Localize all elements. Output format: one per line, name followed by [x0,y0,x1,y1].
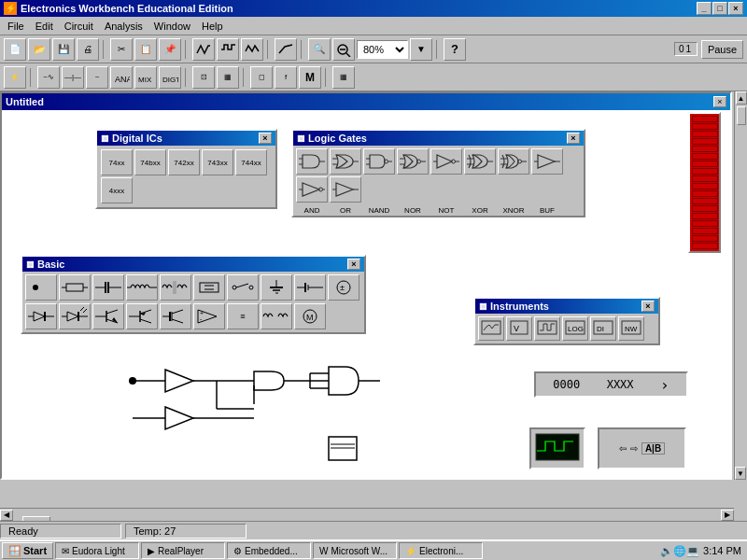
maximize-button[interactable]: □ [712,2,727,15]
strip-item-12[interactable] [692,198,718,204]
arrow-right[interactable]: ⇨ [630,443,638,454]
basic-bjt-npn[interactable] [92,303,124,329]
strip-item-18[interactable] [692,243,718,249]
basic-relay[interactable] [193,274,225,301]
basic-switch[interactable] [227,274,259,301]
print-button[interactable]: 🖨 [77,38,99,61]
menu-edit[interactable]: Edit [30,19,59,34]
digital-ics-title-bar[interactable]: ▦ Digital ICs × [97,131,275,146]
instruments-close-button[interactable]: × [641,301,655,312]
strip-item-11[interactable] [692,190,718,197]
logic-gates-title-bar[interactable]: ▦ Logic Gates × [293,131,584,146]
menu-analysis[interactable]: Analysis [99,19,148,34]
digit-button[interactable]: DIGT [159,66,181,89]
zoom-out-button[interactable] [332,38,355,61]
basic-diode[interactable] [25,303,57,329]
arrow-left[interactable]: ⇦ [619,443,627,454]
basic-inductor[interactable] [126,274,158,301]
strip-item-8[interactable] [692,168,718,175]
instruments-title-bar[interactable]: ▦ Instruments × [475,299,658,314]
canvas[interactable]: ▦ Digital ICs × 74xx 74bxx 742xx 743xx 7… [2,110,730,478]
taskbar-embedded[interactable]: ⚙ Embedded... [227,542,311,559]
taskbar-word[interactable]: W Microsoft W... [313,542,397,559]
waveform2-button[interactable] [217,38,239,61]
scroll-right-arrow[interactable]: ▶ [721,510,734,521]
minimize-button[interactable]: _ [697,2,712,15]
sources-button[interactable]: ⚡ [4,66,26,89]
basic-probe[interactable]: ≡ [227,303,259,329]
passive4-button[interactable]: ANA [110,66,133,89]
gate-extra2-btn[interactable] [330,176,361,203]
basic-led[interactable] [59,303,91,329]
zoom-dropdown-button[interactable]: ▼ [410,38,432,61]
passive2-button[interactable]: —|— [62,66,84,89]
logic-gates-close-button[interactable]: × [567,133,580,144]
strip-item-5[interactable] [692,146,718,152]
strip-item-16[interactable] [692,228,718,234]
strip-item-15[interactable] [692,220,718,227]
save-button[interactable]: 💾 [52,38,75,61]
strip-item-4[interactable] [692,138,718,145]
waveform3-button[interactable] [241,38,263,61]
passive3-button[interactable]: ~ [86,66,108,89]
basic-ground[interactable] [261,274,292,301]
basic-motor[interactable]: M [294,303,326,329]
start-button[interactable]: 🪟 Start [2,542,53,559]
gate-buf-btn[interactable] [531,148,563,175]
horizontal-scrollbar[interactable]: ◀ ▶ [0,508,734,521]
basic-resistor[interactable] [59,274,91,301]
strip-item-2[interactable] [692,123,718,130]
gate-nand-btn[interactable] [363,148,395,175]
gate-xor-btn[interactable] [464,148,496,175]
function-gen-button[interactable] [534,316,560,341]
help-button[interactable]: ? [444,38,466,61]
passive-button[interactable]: ~∿ [37,66,60,89]
copy-button[interactable]: 📋 [134,38,157,61]
basic-bjt-pnp[interactable] [126,303,158,329]
misc2-button[interactable]: f [275,66,297,89]
gate-and-btn[interactable] [296,148,328,175]
strip-item-7[interactable] [692,161,718,167]
strip-item-1[interactable] [692,116,718,122]
basic-opamp[interactable]: +- [193,303,225,329]
scope-display[interactable] [529,427,585,469]
misc3-button[interactable]: M [299,66,321,89]
ic-743xx[interactable]: 743xx [202,149,233,175]
zoom-in-button[interactable]: 🔍 [308,38,331,61]
basic-capacitor[interactable] [92,274,124,301]
indicator-button[interactable]: ⊡ [192,66,215,89]
taskbar-eudora[interactable]: ✉ Eudora Light [55,542,139,559]
misc4-button[interactable]: ▦ [332,66,355,89]
gate-or-btn[interactable] [330,148,361,175]
gate-extra1-btn[interactable] [296,176,328,203]
paste-button[interactable]: 📌 [159,38,181,61]
basic-close-button[interactable]: × [347,259,360,270]
close-button[interactable]: × [728,2,743,15]
waveform1-button[interactable] [192,38,215,61]
ic-74bxx[interactable]: 74bxx [134,149,166,175]
gate-nor-btn[interactable] [397,148,429,175]
menu-circuit[interactable]: Circuit [59,19,99,34]
display-scroll[interactable]: › [660,376,669,394]
basic-xfmr[interactable] [261,303,292,329]
menu-help[interactable]: Help [196,19,229,34]
open-button[interactable]: 📂 [28,38,50,61]
scroll-up-arrow[interactable]: ▲ [736,91,747,105]
basic-wire[interactable] [25,274,57,301]
strip-item-3[interactable] [692,131,718,137]
digital-ics-close-button[interactable]: × [259,133,272,144]
workspace-close-button[interactable]: × [713,96,726,107]
gate-not-btn[interactable] [430,148,462,175]
ic-742xx[interactable]: 742xx [168,149,200,175]
misc-button[interactable]: ◻ [250,66,273,89]
scroll-down-arrow[interactable]: ▼ [735,467,746,480]
scroll-left-arrow[interactable]: ◀ [0,510,13,521]
pause-button[interactable]: Pause [701,40,743,59]
strip-item-9[interactable] [692,175,718,182]
strip-item-14[interactable] [692,213,718,219]
mixed-button[interactable]: MIX [134,66,157,89]
strip-item-6[interactable] [692,153,718,160]
basic-title-bar[interactable]: ▦ Basic × [22,257,364,272]
new-button[interactable]: 📄 [4,38,26,61]
ic-4xxx[interactable]: 4xxx [101,177,133,203]
